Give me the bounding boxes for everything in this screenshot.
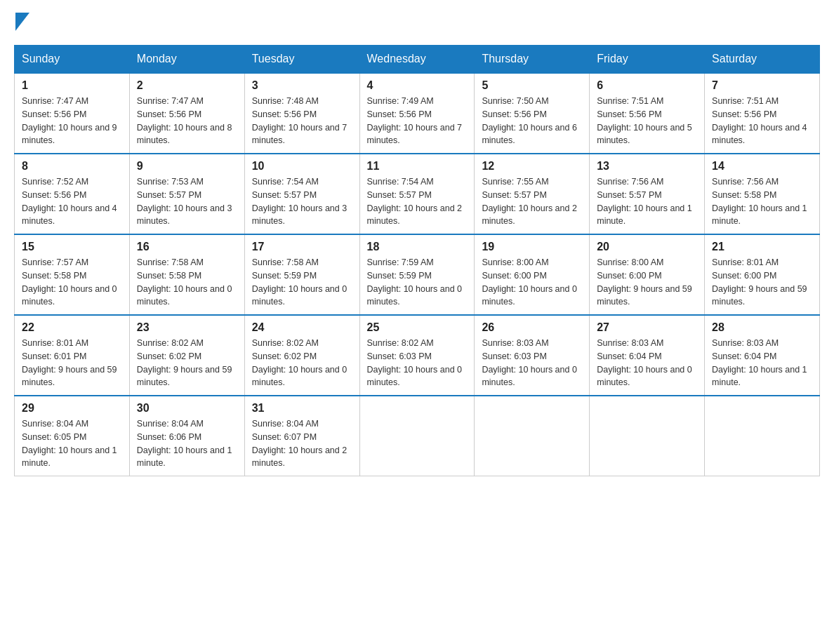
calendar-cell: 3 Sunrise: 7:48 AMSunset: 5:56 PMDayligh… (244, 73, 359, 154)
calendar-cell: 23 Sunrise: 8:02 AMSunset: 6:02 PMDaylig… (129, 315, 244, 396)
calendar-table: SundayMondayTuesdayWednesdayThursdayFrid… (14, 45, 820, 476)
day-number: 29 (22, 402, 122, 415)
calendar-cell: 21 Sunrise: 8:01 AMSunset: 6:00 PMDaylig… (705, 234, 820, 315)
weekday-header-monday: Monday (129, 46, 244, 74)
day-number: 2 (137, 79, 237, 92)
calendar-cell: 16 Sunrise: 7:58 AMSunset: 5:58 PMDaylig… (129, 234, 244, 315)
day-number: 1 (22, 79, 122, 92)
day-number: 14 (712, 160, 812, 173)
calendar-cell: 12 Sunrise: 7:55 AMSunset: 5:57 PMDaylig… (475, 154, 590, 234)
calendar-cell: 25 Sunrise: 8:02 AMSunset: 6:03 PMDaylig… (359, 315, 475, 396)
day-info: Sunrise: 8:00 AMSunset: 6:00 PMDaylight:… (597, 257, 692, 307)
calendar-week-row: 8 Sunrise: 7:52 AMSunset: 5:56 PMDayligh… (15, 154, 820, 234)
day-info: Sunrise: 8:04 AMSunset: 6:05 PMDaylight:… (22, 419, 117, 468)
day-info: Sunrise: 7:53 AMSunset: 5:57 PMDaylight:… (137, 177, 232, 226)
day-number: 31 (252, 402, 352, 415)
day-info: Sunrise: 8:02 AMSunset: 6:03 PMDaylight:… (367, 338, 463, 387)
day-number: 12 (482, 160, 582, 173)
day-info: Sunrise: 7:56 AMSunset: 5:57 PMDaylight:… (597, 177, 692, 226)
day-info: Sunrise: 7:52 AMSunset: 5:56 PMDaylight:… (22, 177, 117, 226)
day-info: Sunrise: 8:01 AMSunset: 6:01 PMDaylight:… (22, 338, 117, 387)
calendar-cell: 20 Sunrise: 8:00 AMSunset: 6:00 PMDaylig… (590, 234, 705, 315)
day-info: Sunrise: 8:00 AMSunset: 6:00 PMDaylight:… (482, 257, 577, 307)
weekday-header-wednesday: Wednesday (359, 46, 475, 74)
day-number: 19 (482, 241, 582, 253)
day-number: 30 (137, 402, 237, 415)
day-info: Sunrise: 8:03 AMSunset: 6:04 PMDaylight:… (597, 338, 692, 387)
day-number: 24 (252, 321, 352, 334)
day-info: Sunrise: 7:50 AMSunset: 5:56 PMDaylight:… (482, 96, 577, 145)
weekday-header-tuesday: Tuesday (244, 46, 359, 74)
day-info: Sunrise: 7:58 AMSunset: 5:59 PMDaylight:… (252, 257, 348, 307)
day-number: 27 (597, 321, 697, 334)
calendar-cell: 29 Sunrise: 8:04 AMSunset: 6:05 PMDaylig… (15, 396, 130, 476)
day-info: Sunrise: 8:03 AMSunset: 6:03 PMDaylight:… (482, 338, 577, 387)
calendar-cell: 4 Sunrise: 7:49 AMSunset: 5:56 PMDayligh… (359, 73, 475, 154)
calendar-cell: 28 Sunrise: 8:03 AMSunset: 6:04 PMDaylig… (705, 315, 820, 396)
calendar-cell: 17 Sunrise: 7:58 AMSunset: 5:59 PMDaylig… (244, 234, 359, 315)
day-info: Sunrise: 8:03 AMSunset: 6:04 PMDaylight:… (712, 338, 807, 387)
calendar-cell: 30 Sunrise: 8:04 AMSunset: 6:06 PMDaylig… (129, 396, 244, 476)
day-number: 20 (597, 241, 697, 253)
calendar-cell: 8 Sunrise: 7:52 AMSunset: 5:56 PMDayligh… (15, 154, 130, 234)
calendar-cell: 2 Sunrise: 7:47 AMSunset: 5:56 PMDayligh… (129, 73, 244, 154)
calendar-cell (359, 396, 475, 476)
day-info: Sunrise: 8:04 AMSunset: 6:07 PMDaylight:… (252, 419, 348, 468)
day-info: Sunrise: 7:58 AMSunset: 5:58 PMDaylight:… (137, 257, 232, 307)
day-info: Sunrise: 7:48 AMSunset: 5:56 PMDaylight:… (252, 96, 348, 145)
day-info: Sunrise: 7:51 AMSunset: 5:56 PMDaylight:… (712, 96, 807, 145)
day-info: Sunrise: 7:47 AMSunset: 5:56 PMDaylight:… (22, 96, 117, 145)
day-info: Sunrise: 7:55 AMSunset: 5:57 PMDaylight:… (482, 177, 577, 226)
day-number: 13 (597, 160, 697, 173)
calendar-cell: 27 Sunrise: 8:03 AMSunset: 6:04 PMDaylig… (590, 315, 705, 396)
day-number: 28 (712, 321, 812, 334)
day-info: Sunrise: 7:59 AMSunset: 5:59 PMDaylight:… (367, 257, 463, 307)
calendar-cell: 19 Sunrise: 8:00 AMSunset: 6:00 PMDaylig… (475, 234, 590, 315)
calendar-cell: 13 Sunrise: 7:56 AMSunset: 5:57 PMDaylig… (590, 154, 705, 234)
weekday-header-saturday: Saturday (705, 46, 820, 74)
day-info: Sunrise: 7:57 AMSunset: 5:58 PMDaylight:… (22, 257, 117, 307)
day-info: Sunrise: 7:49 AMSunset: 5:56 PMDaylight:… (367, 96, 463, 145)
calendar-week-row: 29 Sunrise: 8:04 AMSunset: 6:05 PMDaylig… (15, 396, 820, 476)
day-info: Sunrise: 8:02 AMSunset: 6:02 PMDaylight:… (137, 338, 232, 387)
calendar-cell (590, 396, 705, 476)
day-number: 23 (137, 321, 237, 334)
calendar-cell (475, 396, 590, 476)
calendar-cell: 31 Sunrise: 8:04 AMSunset: 6:07 PMDaylig… (244, 396, 359, 476)
day-number: 17 (252, 241, 352, 253)
calendar-cell: 24 Sunrise: 8:02 AMSunset: 6:02 PMDaylig… (244, 315, 359, 396)
calendar-cell: 1 Sunrise: 7:47 AMSunset: 5:56 PMDayligh… (15, 73, 130, 154)
day-number: 25 (367, 321, 468, 334)
day-number: 18 (367, 241, 468, 253)
day-number: 7 (712, 79, 812, 92)
day-info: Sunrise: 7:54 AMSunset: 5:57 PMDaylight:… (367, 177, 463, 226)
day-number: 26 (482, 321, 582, 334)
calendar-cell: 18 Sunrise: 7:59 AMSunset: 5:59 PMDaylig… (359, 234, 475, 315)
calendar-cell: 6 Sunrise: 7:51 AMSunset: 5:56 PMDayligh… (590, 73, 705, 154)
weekday-header-thursday: Thursday (475, 46, 590, 74)
day-info: Sunrise: 7:51 AMSunset: 5:56 PMDaylight:… (597, 96, 692, 145)
calendar-cell: 10 Sunrise: 7:54 AMSunset: 5:57 PMDaylig… (244, 154, 359, 234)
calendar-week-row: 1 Sunrise: 7:47 AMSunset: 5:56 PMDayligh… (15, 73, 820, 154)
day-number: 5 (482, 79, 582, 92)
day-number: 22 (22, 321, 122, 334)
day-number: 4 (367, 79, 468, 92)
day-info: Sunrise: 8:04 AMSunset: 6:06 PMDaylight:… (137, 419, 232, 468)
page-header (14, 14, 820, 31)
logo (14, 14, 29, 31)
calendar-cell: 15 Sunrise: 7:57 AMSunset: 5:58 PMDaylig… (15, 234, 130, 315)
day-number: 16 (137, 241, 237, 253)
calendar-cell: 26 Sunrise: 8:03 AMSunset: 6:03 PMDaylig… (475, 315, 590, 396)
weekday-header-friday: Friday (590, 46, 705, 74)
day-number: 8 (22, 160, 122, 173)
day-info: Sunrise: 7:47 AMSunset: 5:56 PMDaylight:… (137, 96, 232, 145)
calendar-cell: 22 Sunrise: 8:01 AMSunset: 6:01 PMDaylig… (15, 315, 130, 396)
calendar-cell: 11 Sunrise: 7:54 AMSunset: 5:57 PMDaylig… (359, 154, 475, 234)
day-number: 6 (597, 79, 697, 92)
day-info: Sunrise: 8:01 AMSunset: 6:00 PMDaylight:… (712, 257, 807, 307)
day-info: Sunrise: 7:56 AMSunset: 5:58 PMDaylight:… (712, 177, 807, 226)
calendar-cell: 9 Sunrise: 7:53 AMSunset: 5:57 PMDayligh… (129, 154, 244, 234)
day-info: Sunrise: 7:54 AMSunset: 5:57 PMDaylight:… (252, 177, 348, 226)
svg-marker-0 (15, 13, 29, 31)
calendar-week-row: 15 Sunrise: 7:57 AMSunset: 5:58 PMDaylig… (15, 234, 820, 315)
